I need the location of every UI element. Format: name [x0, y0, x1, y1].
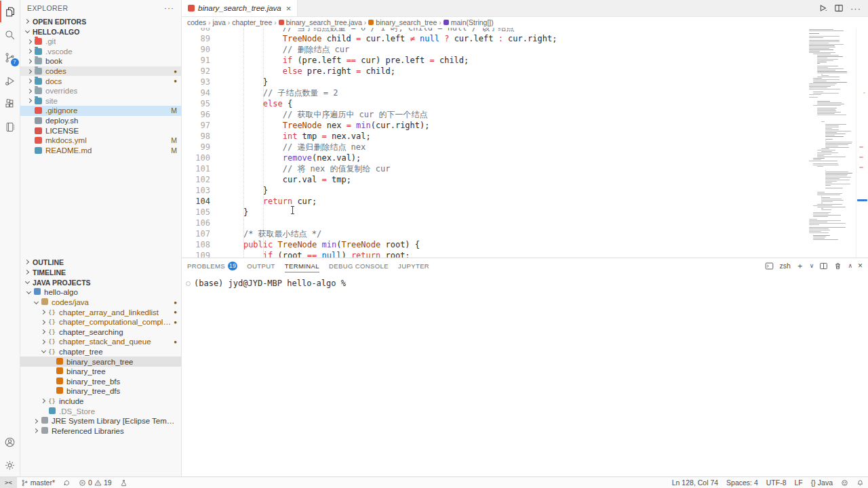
activity-run-debug-button[interactable] — [0, 69, 20, 92]
outline-section[interactable]: OUTLINE — [20, 257, 181, 267]
code-line-89[interactable]: TreeNode child = cur.left ≠ null ? cur.l… — [224, 33, 806, 44]
explorer-item-codes[interactable]: codes● — [20, 66, 181, 77]
extension-status[interactable] — [116, 477, 132, 488]
run-button[interactable] — [818, 3, 827, 13]
explorer-item-docs[interactable]: docs● — [20, 76, 181, 86]
code-line-88[interactable]: // 当子结点数量 = 0 / 1 时, child = null / 该子结点 — [224, 28, 806, 33]
java-item-binary-search-tree[interactable]: binary_search_tree — [20, 357, 181, 367]
code-line-106[interactable] — [224, 218, 806, 228]
code-line-100[interactable]: remove(nex.val); — [224, 152, 806, 163]
java-item-chapter-tree[interactable]: {}chapter_tree — [20, 347, 181, 357]
code-editor[interactable]: 8889909192939495969798991001011021031041… — [182, 28, 868, 258]
panel-tab-terminal[interactable]: TERMINAL — [285, 258, 319, 273]
split-terminal-icon[interactable] — [819, 262, 828, 270]
explorer-item-deploy-sh[interactable]: deploy.sh — [20, 116, 181, 126]
remote-indicator[interactable]: >< — [0, 477, 17, 488]
breadcrumb-item-binary-search-tree-java[interactable]: binary_search_tree.java — [279, 18, 362, 26]
editor-more-actions-icon[interactable]: ··· — [850, 3, 861, 14]
code-line-90[interactable]: // 删除结点 cur — [224, 44, 806, 55]
activity-search-button[interactable] — [0, 23, 20, 46]
launch-profile-chevron-icon[interactable]: ∨ — [810, 263, 814, 269]
activity-source-control-button[interactable]: 7 — [0, 46, 20, 69]
java-item-chapter-searching[interactable]: {}chapter_searching — [20, 327, 181, 338]
code-line-107[interactable]: /* 获取最小结点 */ — [224, 228, 806, 239]
explorer-item-git[interactable]: .git — [20, 37, 181, 47]
breadcrumb-item-main-string[interactable]: main(String[]) — [443, 18, 494, 26]
panel-tab-problems[interactable]: PROBLEMS19 — [187, 258, 237, 273]
breadcrumb-item-java[interactable]: java — [213, 18, 226, 26]
code-line-105[interactable]: } — [224, 207, 806, 218]
activity-explorer-button[interactable] — [0, 0, 20, 23]
code-line-93[interactable]: } — [224, 77, 806, 87]
cursor-position[interactable]: Ln 128, Col 74 — [668, 477, 722, 488]
code-line-104[interactable]: return cur; — [224, 196, 806, 207]
notifications-button[interactable] — [852, 477, 868, 488]
sync-status[interactable] — [59, 477, 75, 488]
code-line-103[interactable]: } — [224, 185, 806, 196]
explorer-item-license[interactable]: LICENSE — [20, 125, 181, 136]
java-item-chapter-array-and-linkedlist[interactable]: {}chapter_array_and_linkedlist● — [20, 307, 181, 317]
explorer-item-site[interactable]: site — [20, 96, 181, 106]
code-line-91[interactable]: if (pre.left == cur) pre.left = child; — [224, 55, 806, 66]
account-button[interactable] — [0, 430, 20, 453]
code-line-95[interactable]: else { — [224, 98, 806, 109]
eol-status[interactable]: LF — [791, 477, 807, 488]
command-decoration-icon[interactable] — [186, 281, 191, 286]
code-line-108[interactable]: public TreeNode min(TreeNode root) { — [224, 239, 806, 250]
explorer-more-actions-icon[interactable]: ··· — [164, 3, 174, 13]
breadcrumb-item-codes[interactable]: codes — [187, 18, 206, 26]
java-item-include[interactable]: {}include — [20, 396, 181, 407]
close-tab-icon[interactable]: × — [286, 3, 292, 14]
breadcrumb-item-chapter-tree[interactable]: chapter_tree — [232, 18, 272, 26]
panel-tab-output[interactable]: OUTPUT — [247, 258, 275, 273]
encoding-status[interactable]: UTF-8 — [762, 477, 791, 488]
overview-ruler[interactable] — [856, 28, 868, 258]
maximize-panel-icon[interactable]: ∧ — [848, 263, 852, 269]
tab-binary-search-tree-java[interactable]: binary_search_tree.java × — [182, 0, 298, 16]
activity-extensions-button[interactable] — [0, 92, 20, 115]
minimap[interactable] — [806, 28, 856, 258]
explorer-item-book[interactable]: book — [20, 56, 181, 66]
problems-status[interactable]: 0 19 — [75, 477, 116, 488]
java-item-hello-algo[interactable]: hello-algo — [20, 287, 181, 298]
activity-notebook-button[interactable] — [0, 115, 20, 138]
java-item-codes-java[interactable]: codes/java● — [20, 298, 181, 308]
code-line-94[interactable]: // 子结点数量 = 2 — [224, 87, 806, 98]
java-item-chapter-computational-complexity[interactable]: {}chapter_computational_complexity● — [20, 317, 181, 327]
java-item-referenced-libraries[interactable]: Referenced Libraries — [20, 426, 181, 436]
indentation-status[interactable]: Spaces: 4 — [722, 477, 762, 488]
settings-button[interactable] — [0, 453, 20, 476]
breadcrumb-item-binary-search-tree[interactable]: binary_search_tree — [368, 18, 437, 26]
java-item-binary-tree-dfs[interactable]: binary_tree_dfs — [20, 386, 181, 396]
code-line-96[interactable]: // 获取中序遍历中 cur 的下一个结点 — [224, 109, 806, 120]
new-terminal-icon[interactable]: ＋ — [796, 262, 804, 270]
code-line-102[interactable]: cur.val = tmp; — [224, 174, 806, 185]
code-line-101[interactable]: // 将 nex 的值复制给 cur — [224, 163, 806, 174]
code-line-97[interactable]: TreeNode nex = min(cur.right); — [224, 120, 806, 131]
java-item-binary-tree[interactable]: binary_tree — [20, 367, 181, 377]
explorer-item-gitignore[interactable]: .gitignoreM — [20, 106, 181, 116]
kill-terminal-icon[interactable] — [833, 262, 842, 270]
explorer-item-overrides[interactable]: overrides — [20, 86, 181, 96]
branch-status[interactable]: master* — [17, 477, 59, 488]
code-line-99[interactable]: // 递归删除结点 nex — [224, 142, 806, 152]
code-content[interactable]: // 当子结点数量 = 0 / 1 时, child = null / 该子结点… — [217, 28, 806, 258]
java-item-jre-system-library-eclipse-temurin-17-17[interactable]: JRE System Library [Eclipse Temurin 17 [… — [20, 416, 181, 426]
panel-tab-debug-console[interactable]: DEBUG CONSOLE — [329, 258, 389, 273]
java-item-chapter-stack-and-queue[interactable]: {}chapter_stack_and_queue● — [20, 337, 181, 347]
open-editors-section[interactable]: OPEN EDITORS — [20, 16, 181, 26]
explorer-item-readme-md[interactable]: README.mdM — [20, 146, 181, 156]
code-line-92[interactable]: else pre.right = child; — [224, 66, 806, 77]
root-folder-section[interactable]: HELLO-ALGO — [20, 26, 181, 37]
explorer-item-mkdocs-yml[interactable]: mkdocs.ymlM — [20, 136, 181, 146]
panel-tab-jupyter[interactable]: JUPYTER — [398, 258, 429, 273]
close-panel-icon[interactable]: × — [858, 262, 863, 270]
timeline-section[interactable]: TIMELINE — [20, 267, 181, 277]
explorer-item-vscode[interactable]: .vscode — [20, 47, 181, 57]
language-mode[interactable]: {}Java — [807, 477, 837, 488]
java-item-binary-tree-bfs[interactable]: binary_tree_bfs — [20, 376, 181, 386]
terminal[interactable]: (base) jyd@JYD-MBP hello-algo % — [182, 273, 868, 476]
split-editor-icon[interactable] — [834, 3, 844, 13]
java-item-ds-store[interactable]: .DS_Store — [20, 406, 181, 416]
java-projects-section[interactable]: JAVA PROJECTS — [20, 277, 181, 287]
